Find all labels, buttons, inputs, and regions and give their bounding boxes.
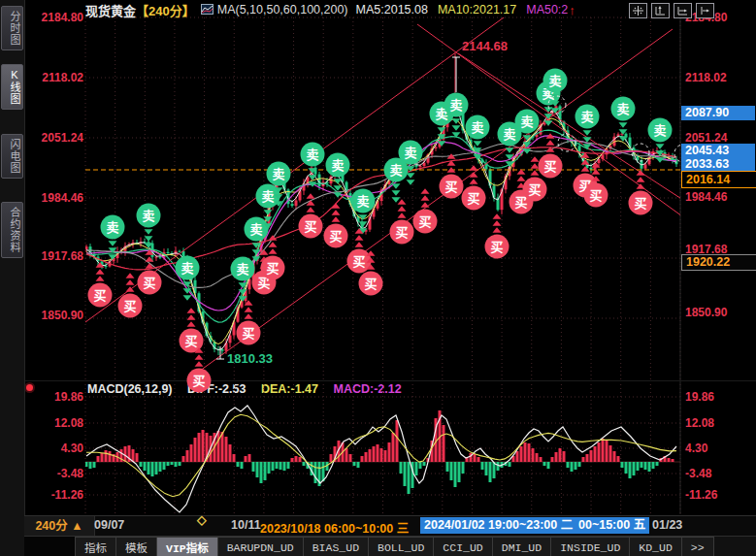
svg-text:卖: 卖 xyxy=(331,158,344,173)
tab-模板[interactable]: 模板 xyxy=(115,537,157,556)
svg-text:卖: 卖 xyxy=(236,262,248,277)
buy-signal: 买 xyxy=(574,152,598,197)
macd-header: MACD(26,12,9) DIFF:-2.53 DEA:-1.47 MACD:… xyxy=(87,382,402,396)
price-axis-label-right: 2051.24 xyxy=(685,131,753,145)
sidebar-item-lightning-chart[interactable]: 闪电图 xyxy=(1,134,23,179)
tab-cci-ud[interactable]: CCI_UD xyxy=(433,537,492,556)
diamond-marker-icon: ◇ xyxy=(197,512,207,527)
macd-dea-value: DEA:-1.47 xyxy=(261,382,318,396)
svg-text:买: 买 xyxy=(490,240,503,254)
buy-signal: 买 xyxy=(118,273,143,317)
svg-text:卖: 卖 xyxy=(471,120,483,135)
pattern-dashed-circle xyxy=(632,144,649,161)
svg-text:买: 买 xyxy=(257,276,270,290)
crosshair-move-icon[interactable] xyxy=(629,3,647,18)
svg-text:买: 买 xyxy=(543,159,556,174)
macd-axis-label-left: -11.26 xyxy=(27,488,83,502)
sell-signal: 卖 xyxy=(466,115,490,160)
macd-axis-label-left: -3.48 xyxy=(27,467,83,480)
svg-text:买: 买 xyxy=(266,261,279,276)
macd-macd-value: MACD:-2.12 xyxy=(333,382,401,396)
svg-text:卖: 卖 xyxy=(653,123,666,138)
svg-text:买: 买 xyxy=(242,326,254,341)
instrument-title: 现货黄金 xyxy=(85,1,136,19)
sidebar-item-contract-info[interactable]: 合约资料 xyxy=(1,202,23,258)
svg-text:买: 买 xyxy=(93,288,106,303)
sell-signal: 卖 xyxy=(444,93,469,138)
pattern-dashed-circle xyxy=(548,96,566,114)
axis-zoom-vertical-icon[interactable] xyxy=(651,3,670,18)
tab-kd-ud[interactable]: KD_UD xyxy=(629,537,682,556)
sell-signal: 卖 xyxy=(498,122,522,167)
tab--[interactable]: >> xyxy=(681,537,714,556)
price-axis-label-left: 1917.68 xyxy=(27,249,83,263)
buy-signal: 买 xyxy=(138,249,162,294)
ma10-value: MA10:2021.17 xyxy=(438,3,516,16)
kline-chart-canvas[interactable]: 2144.681810.33卖卖卖卖卖卖卖卖卖卖卖卖卖卖卖卖卖卖卖卖卖卖买买买买… xyxy=(0,0,756,556)
axis-zoom-horizontal-icon[interactable] xyxy=(674,3,692,18)
sidebar-item-timeshare-chart[interactable]: 分时图 xyxy=(1,6,23,50)
sell-signal: 卖 xyxy=(301,143,325,187)
tab-inside-ud[interactable]: INSIDE_UD xyxy=(550,537,630,556)
pattern-dashed-circle xyxy=(558,134,575,151)
trading-app-window: 分时图 K线图 闪电图 合约资料 现货黄金【240分】 MA(5,10,50,6… xyxy=(0,0,756,556)
triangle-up-icon: ▲ xyxy=(71,519,82,533)
sell-signal: 卖 xyxy=(176,256,200,301)
svg-text:买: 买 xyxy=(143,276,155,290)
sell-signal: 卖 xyxy=(256,184,280,229)
buy-signal: 买 xyxy=(252,249,277,294)
time-axis-label: 2023/10/18 06:00~10:00 三 xyxy=(260,518,409,537)
price-badge: 2033.63 xyxy=(681,157,755,172)
indicator-tab-bar: 指标模板VIP指标BARUPDN_UDBIAS_UDBOLL_UDCCI_UDD… xyxy=(24,536,756,556)
svg-text:卖: 卖 xyxy=(404,146,416,160)
macd-axis-label-right: 12.08 xyxy=(685,416,753,430)
time-axis-label: 00~15:00 五 xyxy=(575,517,649,534)
sell-signal: 卖 xyxy=(575,105,600,149)
svg-text:买: 买 xyxy=(578,179,591,193)
tab-指标[interactable]: 指标 xyxy=(75,537,116,556)
svg-text:买: 买 xyxy=(634,196,646,211)
sidebar-item-kline-chart[interactable]: K线图 xyxy=(1,64,23,110)
sell-signal: 卖 xyxy=(648,118,673,163)
period-selector[interactable]: 240分 ▲ xyxy=(24,516,95,536)
svg-text:卖: 卖 xyxy=(449,98,462,113)
buy-signal: 买 xyxy=(584,162,608,207)
chart-header: 现货黄金【240分】 MA(5,10,50,60,100,200) MA5:20… xyxy=(85,2,575,17)
tab-dmi-ud[interactable]: DMI_UD xyxy=(492,537,551,556)
svg-text:卖: 卖 xyxy=(542,86,554,101)
svg-text:卖: 卖 xyxy=(503,127,515,142)
sell-signal: 卖 xyxy=(430,102,454,147)
svg-text:卖: 卖 xyxy=(435,107,447,121)
svg-text:卖: 卖 xyxy=(261,189,274,204)
macd-diff-value: DIFF:-2.53 xyxy=(187,382,246,396)
left-sidebar: 分时图 K线图 闪电图 合约资料 xyxy=(0,0,25,556)
sell-signal: 卖 xyxy=(515,110,540,154)
svg-text:卖: 卖 xyxy=(580,110,593,124)
price-badge: 2087.90 xyxy=(681,106,755,120)
high-price-label: 2144.68 xyxy=(462,39,508,53)
svg-text:卖: 卖 xyxy=(520,114,533,129)
tab-boll-ud[interactable]: BOLL_UD xyxy=(368,537,434,556)
ma-params-label: MA(5,10,50,60,100,200) xyxy=(217,3,348,16)
tab-barupdn-ud[interactable]: BARUPDN_UD xyxy=(217,537,304,556)
buy-signal: 买 xyxy=(347,228,372,273)
time-axis: 240分 ▲ 09/0710/112023/10/18 06:00~10:00 … xyxy=(24,515,756,537)
low-price-label: 1810.33 xyxy=(227,351,273,366)
price-axis-label-right: 1984.46 xyxy=(685,190,753,204)
tab-vip指标[interactable]: VIP指标 xyxy=(156,537,218,556)
tab-bar-spacer xyxy=(24,537,76,556)
time-axis-label: 2024/01/02 19:00~23:00 二 xyxy=(420,517,576,534)
time-axis-label: 10/11 xyxy=(231,518,261,532)
svg-text:买: 买 xyxy=(304,219,316,234)
buy-signal: 买 xyxy=(261,235,285,279)
macd-params-label: MACD(26,12,9) xyxy=(87,382,173,396)
macd-axis-label-left: 12.08 xyxy=(27,416,83,430)
price-badge: 1920.22 xyxy=(681,254,756,271)
shift-right-icon[interactable] xyxy=(696,3,714,18)
tab-bias-ud[interactable]: BIAS_UD xyxy=(303,537,369,556)
sell-signal: 卖 xyxy=(537,82,561,126)
price-badge: 2045.43 xyxy=(681,144,755,158)
price-up-arrow-icon: ↑ xyxy=(569,3,575,17)
buy-signal: 买 xyxy=(440,153,464,198)
price-axis-label-left: 2184.80 xyxy=(27,11,83,24)
